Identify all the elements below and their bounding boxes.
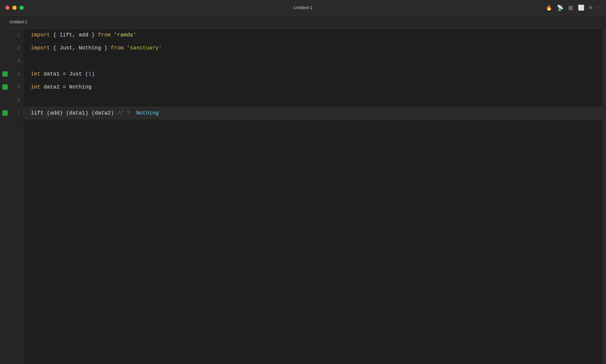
minimize-button[interactable]	[12, 6, 17, 10]
keyword-let-2: let	[31, 84, 40, 90]
punct-2a: {	[50, 45, 59, 51]
breakpoint-4[interactable]	[2, 71, 8, 77]
ident-lift-add: lift, add	[59, 32, 88, 38]
keyword-from-1: from	[98, 32, 111, 38]
ident-data1-eq-just: data1 = Just (	[40, 71, 88, 77]
gutter-row-7: 7	[0, 107, 24, 120]
line-number-6: 6	[17, 97, 20, 103]
code-line-6	[24, 94, 606, 107]
keyword-import-2: import	[31, 45, 50, 51]
code-line-5: let data2 = Nothing	[24, 80, 606, 94]
punct-2b: }	[101, 45, 111, 51]
line-number-3: 3	[17, 58, 20, 64]
line-number-7: 7	[17, 110, 20, 116]
more-options-icon[interactable]: ···	[597, 4, 601, 11]
layout-icon[interactable]: ⬜	[578, 4, 584, 11]
code-editor[interactable]: import { lift, add } from 'ramda' import…	[24, 28, 606, 364]
code-line-2: import { Just, Nothing } from 'sanctuary…	[24, 41, 606, 54]
split-editor-icon[interactable]: ▦	[568, 4, 573, 11]
breakpoint-7[interactable]	[2, 110, 8, 116]
ident-data2-nothing: data2 = Nothing	[40, 84, 91, 90]
line-number-1: 1	[17, 32, 20, 38]
line-number-4: 4	[17, 71, 20, 77]
ident-lift-call: lift (add) (data1) (data2)	[31, 110, 117, 116]
line-number-5: 5	[17, 84, 20, 90]
result-nothing: Nothing	[133, 110, 159, 116]
string-ramda: 'ramda'	[111, 32, 136, 38]
titlebar-actions: 🔥 📡 ▦ ⬜ ···	[546, 4, 601, 11]
close-paren-1: )	[91, 71, 95, 77]
code-line-4: let data1 = Just ( 1 )	[24, 67, 606, 80]
code-line-3	[24, 54, 606, 67]
keyword-let-1: let	[31, 71, 40, 77]
broadcast-icon[interactable]: 📡	[557, 4, 563, 11]
scrollbar[interactable]	[602, 28, 606, 364]
ident-just-nothing: Just, Nothing	[59, 45, 101, 51]
close-button[interactable]	[5, 6, 9, 10]
gutter-row-2: 2	[0, 41, 24, 54]
breakpoint-5[interactable]	[2, 84, 8, 90]
gutter-row-3: 3	[0, 54, 24, 67]
code-line-7: lift (add) (data1) (data2) // ? Nothing	[24, 107, 606, 120]
string-sanctuary: 'sanctuary'	[123, 45, 162, 51]
line-gutter: 1 2 3 4 5 6 7	[0, 28, 24, 364]
gutter-row-6: 6	[0, 94, 24, 107]
titlebar: Untitled-1 🔥 📡 ▦ ⬜ ···	[0, 0, 606, 15]
comment-7: // ?	[117, 110, 133, 116]
status-dot	[589, 6, 592, 9]
punct-1b: }	[88, 32, 98, 38]
gutter-row-4: 4	[0, 67, 24, 80]
gutter-row-5: 5	[0, 80, 24, 94]
gutter-row-1: 1	[0, 28, 24, 41]
line-number-2: 2	[17, 45, 20, 51]
code-line-1: import { lift, add } from 'ramda'	[24, 28, 606, 41]
maximize-button[interactable]	[20, 6, 24, 10]
keyword-from-2: from	[111, 45, 123, 51]
window-title: Untitled-1	[294, 5, 312, 10]
flame-icon[interactable]: 🔥	[546, 4, 552, 11]
active-tab[interactable]: Untitled-1	[5, 17, 32, 27]
punct-1a: {	[50, 32, 59, 38]
keyword-import-1: import	[31, 32, 50, 38]
tabbar: Untitled-1	[0, 15, 606, 28]
editor: 1 2 3 4 5 6 7 import	[0, 28, 606, 364]
number-1: 1	[88, 71, 91, 77]
window-controls	[5, 6, 24, 10]
